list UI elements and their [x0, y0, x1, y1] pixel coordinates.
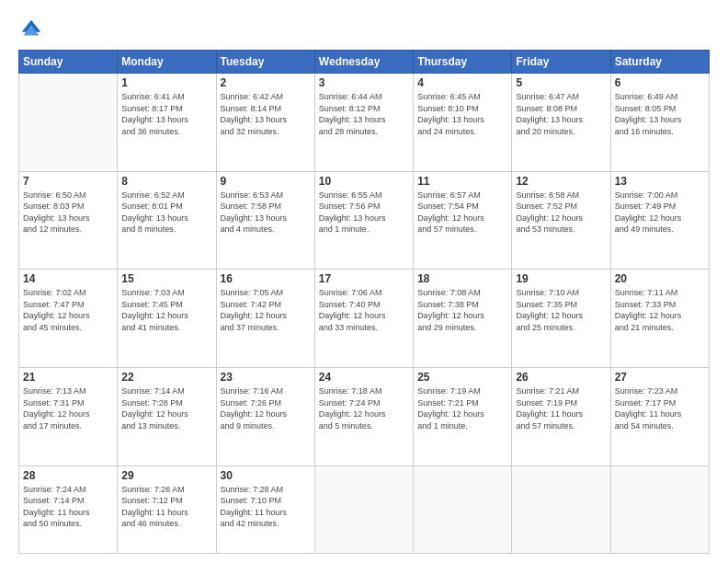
day-number: 22	[121, 371, 211, 384]
calendar-cell: 12Sunrise: 6:58 AM Sunset: 7:52 PM Dayli…	[512, 171, 610, 270]
weekday-header: Thursday	[414, 51, 512, 74]
logo-icon	[18, 17, 44, 42]
calendar-cell: 15Sunrise: 7:03 AM Sunset: 7:45 PM Dayli…	[118, 270, 216, 368]
calendar-cell: 23Sunrise: 7:16 AM Sunset: 7:26 PM Dayli…	[216, 367, 314, 465]
weekday-header: Monday	[118, 51, 216, 74]
day-info: Sunrise: 6:50 AM Sunset: 8:03 PM Dayligh…	[23, 190, 113, 236]
day-number: 11	[417, 175, 507, 188]
calendar-cell: 17Sunrise: 7:06 AM Sunset: 7:40 PM Dayli…	[314, 270, 413, 368]
day-info: Sunrise: 7:03 AM Sunset: 7:45 PM Dayligh…	[121, 287, 211, 333]
day-number: 6	[615, 76, 705, 89]
calendar-cell: 4Sunrise: 6:45 AM Sunset: 8:10 PM Daylig…	[414, 74, 512, 172]
day-info: Sunrise: 7:28 AM Sunset: 7:10 PM Dayligh…	[221, 484, 311, 530]
header	[18, 17, 710, 42]
day-number: 5	[516, 76, 606, 89]
calendar-cell	[314, 465, 413, 553]
day-info: Sunrise: 7:24 AM Sunset: 7:14 PM Dayligh…	[23, 484, 113, 530]
calendar-cell: 10Sunrise: 6:55 AM Sunset: 7:56 PM Dayli…	[314, 171, 413, 270]
day-info: Sunrise: 7:06 AM Sunset: 7:40 PM Dayligh…	[319, 287, 409, 333]
day-info: Sunrise: 7:26 AM Sunset: 7:12 PM Dayligh…	[121, 484, 211, 530]
calendar-cell: 9Sunrise: 6:53 AM Sunset: 7:58 PM Daylig…	[216, 171, 314, 270]
calendar-cell: 14Sunrise: 7:02 AM Sunset: 7:47 PM Dayli…	[19, 270, 118, 368]
day-info: Sunrise: 7:21 AM Sunset: 7:19 PM Dayligh…	[516, 385, 606, 431]
weekday-header: Wednesday	[314, 51, 413, 74]
day-number: 21	[23, 371, 113, 384]
calendar-cell: 5Sunrise: 6:47 AM Sunset: 8:08 PM Daylig…	[512, 74, 610, 172]
day-info: Sunrise: 6:44 AM Sunset: 8:12 PM Dayligh…	[319, 91, 409, 137]
calendar-cell: 29Sunrise: 7:26 AM Sunset: 7:12 PM Dayli…	[118, 465, 216, 553]
day-number: 27	[615, 371, 705, 384]
calendar-cell	[610, 465, 709, 553]
calendar-header-row: SundayMondayTuesdayWednesdayThursdayFrid…	[19, 51, 710, 74]
calendar-cell: 28Sunrise: 7:24 AM Sunset: 7:14 PM Dayli…	[19, 465, 118, 553]
day-info: Sunrise: 7:23 AM Sunset: 7:17 PM Dayligh…	[615, 385, 705, 431]
logo	[18, 17, 50, 42]
calendar-cell: 3Sunrise: 6:44 AM Sunset: 8:12 PM Daylig…	[314, 74, 413, 172]
calendar-cell: 6Sunrise: 6:49 AM Sunset: 8:05 PM Daylig…	[610, 74, 709, 172]
calendar-week-row: 28Sunrise: 7:24 AM Sunset: 7:14 PM Dayli…	[19, 465, 710, 553]
weekday-header: Saturday	[610, 51, 709, 74]
day-number: 13	[615, 175, 705, 188]
day-info: Sunrise: 6:58 AM Sunset: 7:52 PM Dayligh…	[516, 190, 606, 236]
weekday-header: Sunday	[19, 51, 118, 74]
calendar-cell: 16Sunrise: 7:05 AM Sunset: 7:42 PM Dayli…	[216, 270, 314, 368]
day-info: Sunrise: 7:16 AM Sunset: 7:26 PM Dayligh…	[221, 385, 311, 431]
day-info: Sunrise: 6:52 AM Sunset: 8:01 PM Dayligh…	[121, 190, 211, 236]
day-number: 16	[221, 272, 311, 285]
day-number: 10	[319, 175, 409, 188]
day-info: Sunrise: 6:41 AM Sunset: 8:17 PM Dayligh…	[121, 91, 211, 137]
day-info: Sunrise: 7:18 AM Sunset: 7:24 PM Dayligh…	[319, 385, 409, 431]
day-number: 7	[23, 175, 113, 188]
calendar-week-row: 21Sunrise: 7:13 AM Sunset: 7:31 PM Dayli…	[19, 367, 710, 465]
calendar-cell: 13Sunrise: 7:00 AM Sunset: 7:49 PM Dayli…	[610, 171, 709, 270]
day-info: Sunrise: 7:19 AM Sunset: 7:21 PM Dayligh…	[417, 385, 507, 431]
day-number: 12	[516, 175, 606, 188]
day-info: Sunrise: 7:02 AM Sunset: 7:47 PM Dayligh…	[23, 287, 113, 333]
day-number: 17	[319, 272, 409, 285]
day-info: Sunrise: 7:14 AM Sunset: 7:28 PM Dayligh…	[121, 385, 211, 431]
calendar-cell: 19Sunrise: 7:10 AM Sunset: 7:35 PM Dayli…	[512, 270, 610, 368]
day-info: Sunrise: 7:11 AM Sunset: 7:33 PM Dayligh…	[615, 287, 705, 333]
weekday-header: Tuesday	[216, 51, 314, 74]
calendar-cell: 24Sunrise: 7:18 AM Sunset: 7:24 PM Dayli…	[314, 367, 413, 465]
day-info: Sunrise: 7:05 AM Sunset: 7:42 PM Dayligh…	[221, 287, 311, 333]
day-info: Sunrise: 6:47 AM Sunset: 8:08 PM Dayligh…	[516, 91, 606, 137]
day-number: 20	[615, 272, 705, 285]
calendar-cell: 1Sunrise: 6:41 AM Sunset: 8:17 PM Daylig…	[118, 74, 216, 172]
weekday-header: Friday	[512, 51, 610, 74]
day-info: Sunrise: 6:57 AM Sunset: 7:54 PM Dayligh…	[417, 190, 507, 236]
calendar-cell: 27Sunrise: 7:23 AM Sunset: 7:17 PM Dayli…	[610, 367, 709, 465]
day-number: 26	[516, 371, 606, 384]
page: SundayMondayTuesdayWednesdayThursdayFrid…	[0, 0, 728, 563]
calendar-cell: 26Sunrise: 7:21 AM Sunset: 7:19 PM Dayli…	[512, 367, 610, 465]
day-number: 4	[417, 76, 507, 89]
calendar-cell: 21Sunrise: 7:13 AM Sunset: 7:31 PM Dayli…	[19, 367, 118, 465]
calendar-cell: 2Sunrise: 6:42 AM Sunset: 8:14 PM Daylig…	[216, 74, 314, 172]
day-number: 23	[221, 371, 311, 384]
day-info: Sunrise: 6:42 AM Sunset: 8:14 PM Dayligh…	[221, 91, 311, 137]
day-number: 8	[121, 175, 211, 188]
day-number: 30	[221, 469, 311, 482]
calendar-cell: 8Sunrise: 6:52 AM Sunset: 8:01 PM Daylig…	[118, 171, 216, 270]
day-number: 25	[417, 371, 507, 384]
calendar-cell	[414, 465, 512, 553]
calendar-cell: 18Sunrise: 7:08 AM Sunset: 7:38 PM Dayli…	[414, 270, 512, 368]
day-info: Sunrise: 7:10 AM Sunset: 7:35 PM Dayligh…	[516, 287, 606, 333]
calendar-cell: 22Sunrise: 7:14 AM Sunset: 7:28 PM Dayli…	[118, 367, 216, 465]
calendar-cell: 7Sunrise: 6:50 AM Sunset: 8:03 PM Daylig…	[19, 171, 118, 270]
calendar-week-row: 7Sunrise: 6:50 AM Sunset: 8:03 PM Daylig…	[19, 171, 710, 270]
day-number: 14	[23, 272, 113, 285]
day-number: 3	[319, 76, 409, 89]
calendar-cell: 20Sunrise: 7:11 AM Sunset: 7:33 PM Dayli…	[610, 270, 709, 368]
day-number: 15	[121, 272, 211, 285]
day-info: Sunrise: 6:53 AM Sunset: 7:58 PM Dayligh…	[221, 190, 311, 236]
day-number: 1	[121, 76, 211, 89]
calendar-cell: 30Sunrise: 7:28 AM Sunset: 7:10 PM Dayli…	[216, 465, 314, 553]
day-number: 28	[23, 469, 113, 482]
calendar-cell	[19, 74, 118, 172]
calendar-cell: 25Sunrise: 7:19 AM Sunset: 7:21 PM Dayli…	[414, 367, 512, 465]
day-number: 18	[417, 272, 507, 285]
day-info: Sunrise: 7:00 AM Sunset: 7:49 PM Dayligh…	[615, 190, 705, 236]
day-number: 29	[121, 469, 211, 482]
calendar-table: SundayMondayTuesdayWednesdayThursdayFrid…	[18, 50, 710, 554]
